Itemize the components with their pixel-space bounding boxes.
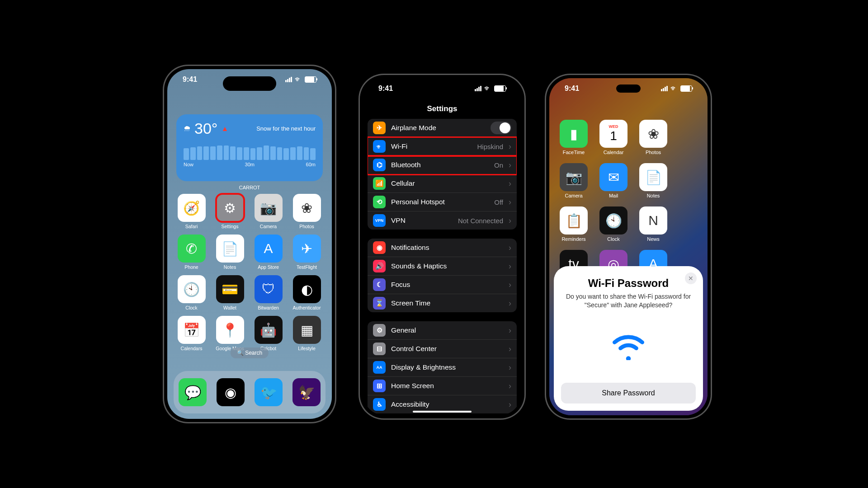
row-label: VPN [391, 216, 453, 225]
row-icon: 📶 [373, 177, 386, 190]
app-mail[interactable]: ✉︎Mail [597, 163, 630, 198]
app-camera[interactable]: 📷Camera [557, 163, 590, 198]
row-icon: 🔊 [373, 260, 386, 272]
app-safari[interactable]: 🧭Safari [176, 194, 207, 229]
settings-sounds-haptics[interactable]: 🔊Sounds & Haptics› [368, 257, 517, 276]
weather-widget[interactable]: 🌨 30° ▲ Snow for the next hour Now 30m 6… [176, 114, 323, 181]
app-label: Phone [176, 264, 207, 270]
settings-bluetooth[interactable]: ⌬BluetoothOn› [368, 156, 517, 174]
chevron-icon: › [509, 197, 511, 207]
alert-icon: ▲ [221, 125, 228, 133]
app-label: Reminders [557, 236, 590, 242]
settings-wi-fi[interactable]: ᯤWi-FiHipskind› [368, 137, 517, 156]
settings-personal-hotspot[interactable]: ⟲Personal HotspotOff› [368, 193, 517, 211]
home-indicator[interactable] [413, 411, 472, 413]
settings-general[interactable]: ⚙︎General› [368, 321, 517, 340]
app-authenticator[interactable]: ◐Authenticator [292, 275, 322, 310]
settings-airplane-mode[interactable]: ✈︎Airplane Mode [368, 119, 517, 137]
app-settings[interactable]: ⚙︎Settings [215, 194, 245, 229]
app-photos[interactable]: ❀Photos [292, 194, 322, 229]
settings-group-general: ⚙︎General›⊟Control Center›AADisplay & Br… [368, 321, 517, 413]
settings-screen-time[interactable]: ⌛Screen Time› [368, 294, 517, 312]
app-notes[interactable]: 📄Notes [215, 235, 245, 270]
app-testflight[interactable]: ✈︎TestFlight [292, 235, 322, 270]
row-value: Not Connected [458, 217, 503, 225]
row-label: Bluetooth [391, 161, 489, 169]
row-label: Personal Hotspot [391, 198, 489, 206]
dynamic-island [223, 76, 276, 91]
battery-icon [494, 85, 506, 92]
chevron-icon: › [509, 400, 511, 409]
row-label: Display & Brightness [391, 363, 498, 371]
app-phone[interactable]: ✆Phone [176, 235, 207, 270]
row-label: Cellular [391, 179, 498, 188]
chevron-icon: › [509, 344, 511, 354]
row-value: Off [494, 198, 503, 206]
spotlight-search[interactable]: 🔍 Search [231, 347, 269, 358]
app-calendars[interactable]: 📅Calendars [176, 316, 207, 351]
row-icon: ⟲ [373, 196, 386, 208]
app-facetime[interactable]: ▮FaceTime [557, 120, 590, 155]
row-icon: ⊟ [373, 343, 386, 355]
app-label: Mail [597, 193, 630, 198]
settings-vpn[interactable]: VPNVPNNot Connected› [368, 211, 517, 230]
app-bitwarden[interactable]: 🛡Bitwarden [253, 275, 283, 310]
battery-icon [305, 76, 316, 83]
app-google-maps[interactable]: 📍Google Maps [215, 316, 245, 351]
settings-notifications[interactable]: ◉Notifications› [368, 239, 517, 257]
chevron-icon: › [509, 299, 511, 308]
dock-app[interactable]: 🦅 [292, 378, 321, 406]
app-calcbot[interactable]: 🤖Calcbot [253, 316, 283, 351]
app-news[interactable]: NNews [637, 206, 670, 242]
share-password-button[interactable]: Share Password [561, 383, 696, 404]
app-clock[interactable]: 🕙Clock [597, 206, 630, 242]
chevron-icon: › [509, 363, 511, 372]
app-calendar[interactable]: WED1Calendar [597, 120, 630, 155]
app-lifestyle[interactable]: ▦Lifestyle [292, 316, 322, 351]
phone-settings: 9:41 ᯤ Settings ✈︎Airplane ModeᯤWi-FiHip… [359, 74, 526, 420]
row-icon: ⌬ [373, 159, 386, 171]
precip-bars [184, 145, 316, 160]
app-camera[interactable]: 📷Camera [253, 194, 283, 229]
cellular-icon [661, 86, 668, 91]
status-time: 9:41 [378, 84, 393, 93]
dock-app[interactable]: ◉ [217, 378, 245, 406]
row-icon: ☾ [373, 278, 386, 291]
row-label: Accessibility [391, 400, 498, 408]
dynamic-island [415, 85, 469, 100]
app-app-store[interactable]: AApp Store [253, 235, 283, 270]
chevron-icon: › [509, 262, 511, 271]
row-label: Sounds & Haptics [391, 262, 498, 270]
app-photos[interactable]: ❀Photos [637, 120, 670, 155]
row-label: Screen Time [391, 299, 498, 307]
chevron-icon: › [509, 160, 511, 170]
toggle[interactable] [491, 122, 511, 134]
settings-home-screen[interactable]: ⊞Home Screen› [368, 377, 517, 395]
app-reminders[interactable]: 📋Reminders [557, 206, 590, 242]
sheet-title: Wi-Fi Password [561, 277, 696, 290]
settings-control-center[interactable]: ⊟Control Center› [368, 340, 517, 358]
app-label: Notes [637, 193, 670, 198]
row-label: Notifications [391, 244, 498, 252]
dock-app[interactable]: 🐦 [255, 378, 283, 406]
wifi-icon: ᯤ [295, 75, 302, 84]
row-label: Focus [391, 281, 498, 289]
dock-app[interactable]: 💬 [179, 378, 207, 406]
sheet-subtitle: Do you want to share the Wi-Fi password … [561, 292, 696, 310]
app-notes[interactable]: 📄Notes [637, 163, 670, 198]
settings-display-brightness[interactable]: AADisplay & Brightness› [368, 358, 517, 377]
app-label: Authenticator [292, 305, 322, 310]
wifi-icon: ᯤ [670, 84, 678, 93]
app-clock[interactable]: 🕙Clock [176, 275, 207, 310]
settings-focus[interactable]: ☾Focus› [368, 276, 517, 294]
chevron-icon: › [509, 216, 511, 225]
app-label: News [637, 236, 670, 242]
settings-cellular[interactable]: 📶Cellular› [368, 174, 517, 193]
app-label: Photos [292, 224, 322, 229]
app-wallet[interactable]: 💳Wallet [215, 275, 245, 310]
status-time: 9:41 [183, 75, 197, 84]
app-label: Calendars [176, 346, 207, 351]
app-label: Lifestyle [292, 346, 322, 351]
app-label: Camera [253, 224, 283, 229]
weather-icon: 🌨 [184, 125, 191, 133]
